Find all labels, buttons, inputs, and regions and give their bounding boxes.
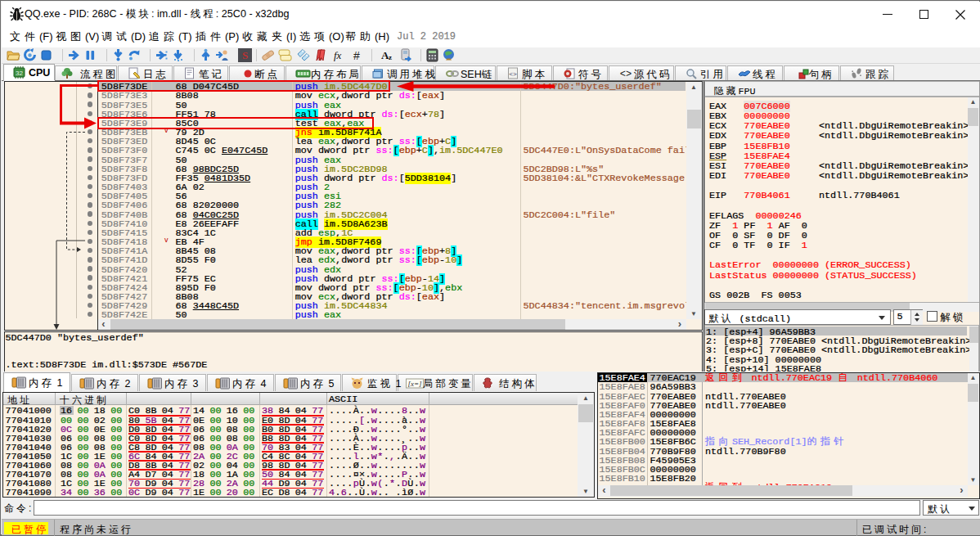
svg-text:S: S: [242, 49, 248, 61]
svg-text:32: 32: [16, 70, 23, 77]
svg-text:<>: <>: [509, 70, 517, 78]
svg-text:#: #: [353, 49, 360, 62]
svg-text:fx: fx: [334, 49, 342, 61]
svg-text:z: z: [389, 53, 392, 61]
svg-text:[x=]: [x=]: [407, 380, 422, 388]
svg-text:<>: <>: [620, 69, 632, 80]
